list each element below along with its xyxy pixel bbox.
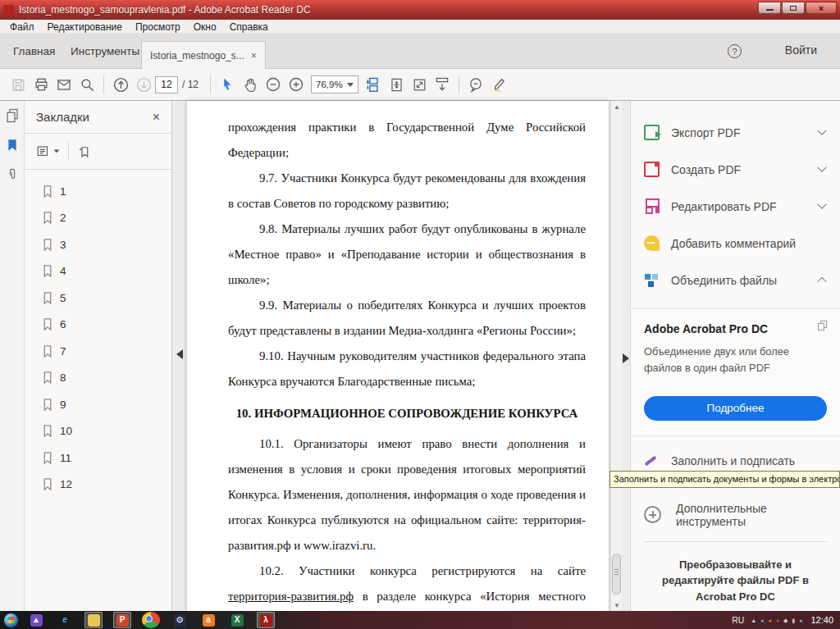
email-button[interactable] [52,73,75,96]
page-thumbnails-button[interactable] [0,101,25,130]
tray-icon[interactable]: ▮ [792,618,795,623]
highlight-tool-button[interactable] [487,73,510,96]
menu-item[interactable]: Справка [223,21,275,33]
sign-in-button[interactable]: Войти [785,43,817,57]
bookmark-item[interactable]: 2 [25,205,171,232]
save-button[interactable] [7,73,30,96]
zoom-in-button[interactable] [285,73,308,96]
hand-tool-button[interactable] [239,73,262,96]
taskbar-app-button[interactable]: ▲ [27,612,45,628]
bookmark-item-icon [43,452,52,464]
next-page-arrow[interactable] [623,353,629,363]
taskbar-app-icon: e [59,614,71,627]
document-area[interactable]: прохождения практики в Государственной Д… [172,101,630,611]
language-indicator[interactable]: RU [732,615,744,625]
tray-icon[interactable]: ● [776,618,779,623]
bookmark-item-icon [43,478,52,490]
search-button[interactable] [75,73,98,96]
hide-toolbar-button[interactable] [431,73,454,96]
bookmark-item[interactable]: 5 [25,285,171,312]
bookmarks-panel-button[interactable] [0,130,25,160]
taskbar-app-button[interactable]: ⊙ [171,612,189,628]
tray-icon[interactable]: ◆ [783,618,788,623]
document-scrollbar[interactable]: ▲ ▼ [610,101,622,611]
close-panel-icon[interactable]: × [153,110,160,125]
bookmark-item[interactable]: 3 [25,231,171,258]
panel-tool[interactable]: Редактировать PDF [631,188,840,225]
bookmark-item-icon [43,185,52,198]
bookmark-item-icon [43,212,52,224]
navigation-strip [0,101,25,611]
print-button[interactable] [30,73,52,96]
bookmark-item-icon [43,425,52,437]
tab-document[interactable]: Istoria_mestnogo_s... × [141,41,266,69]
scrolling-mode-button[interactable] [362,73,385,96]
restore-button[interactable] [782,2,805,14]
bookmark-item[interactable]: 12 [25,472,171,499]
tools-panel: Экспорт PDF Создать PDF Редактировать PD… [630,101,840,611]
bookmark-item[interactable]: 4 [25,258,171,285]
taskbar-app-button[interactable]: λ [257,612,275,628]
tab-close-icon[interactable]: × [251,50,257,62]
menu-item[interactable]: Файл [3,21,41,33]
menu-item[interactable]: Просмотр [129,21,187,33]
help-icon[interactable]: ? [728,44,742,58]
menu-item[interactable]: Редактирование [41,21,129,33]
promo-text: Преобразовывайте и редактируйте файлы PD… [631,554,840,605]
tab-tools[interactable]: Инструменты [59,34,151,68]
scrollbar-thumb[interactable] [612,554,621,595]
attachments-button[interactable] [0,160,25,189]
bookmark-item[interactable]: 1 [25,178,171,205]
bookmark-item[interactable]: 10 [25,418,171,445]
page-number-input[interactable] [155,76,178,93]
start-button[interactable] [3,613,19,628]
tab-home[interactable]: Главная [2,34,66,68]
previous-page-arrow[interactable] [176,349,183,359]
bookmark-item-icon [43,318,52,330]
doc-paragraph: 9.7. Участники Конкурса будут рекомендов… [228,166,586,217]
fit-page-button[interactable] [385,73,408,96]
bookmark-item[interactable]: 8 [25,365,171,392]
bookmark-item[interactable]: 6 [25,312,171,339]
taskbar-app-button[interactable] [84,612,103,628]
panel-tool[interactable]: Добавить комментарий [631,225,840,262]
bookmark-item-icon [43,399,52,411]
taskbar-app-button[interactable]: a [199,612,217,628]
chevron-icon [817,276,826,285]
fit-width-button[interactable] [408,73,431,96]
new-bookmark-button[interactable] [77,144,92,159]
next-page-button[interactable] [132,73,155,96]
panel-tool[interactable]: Объединить файлы [631,262,840,299]
select-tool-button[interactable] [216,73,239,96]
close-button[interactable]: × [806,2,837,14]
zoom-out-button[interactable] [262,73,285,96]
scroll-down-icon[interactable]: ▼ [611,599,623,611]
tray-icon[interactable]: ▲ [751,618,756,623]
bookmark-item-icon [43,371,52,384]
bookmark-item[interactable]: 7 [25,338,171,365]
tray-icon[interactable]: ● [760,618,764,623]
tray-icon[interactable]: ● [769,618,772,623]
bookmark-item[interactable]: 9 [25,391,171,418]
learn-more-button[interactable]: Подробнее [644,396,827,421]
previous-page-button[interactable] [109,73,132,96]
panel-tool[interactable]: Экспорт PDF [631,114,840,151]
tray-icon[interactable]: ● [799,618,802,623]
bookmark-item[interactable]: 11 [25,444,171,472]
scroll-up-icon[interactable]: ▲ [611,101,623,112]
panel-tool[interactable]: Создать PDF [631,151,840,188]
minimize-button[interactable] [758,2,781,14]
clock[interactable]: 12:40 [810,615,833,625]
zoom-level-dropdown[interactable]: 76,9% [311,75,358,93]
taskbar-app-button[interactable]: e [56,612,74,628]
taskbar-app-button[interactable]: X [228,612,246,628]
screen: Istoria_mestnogo_samoupravlenia.pdf - Ad… [0,0,840,629]
bookmark-options-button[interactable] [36,144,60,159]
page-up-icon [112,76,130,93]
more-tools-button[interactable]: Дополнительные инструменты [631,500,840,530]
comment-tool-button[interactable] [464,73,487,96]
menu-item[interactable]: Окно [187,21,223,33]
print-icon [34,77,49,93]
taskbar-app-button[interactable] [142,612,160,628]
taskbar-app-button[interactable]: P [113,612,131,628]
